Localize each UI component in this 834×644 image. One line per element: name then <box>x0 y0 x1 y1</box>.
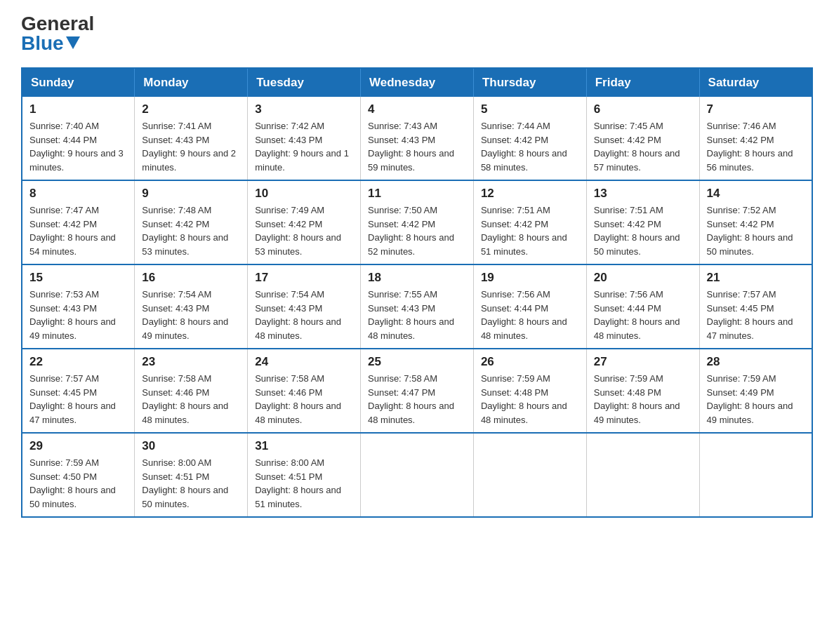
day-number: 28 <box>707 355 805 369</box>
day-info: Sunrise: 8:00 AMSunset: 4:51 PMDaylight:… <box>142 457 228 509</box>
day-number: 15 <box>29 271 127 285</box>
calendar-day-cell: 13 Sunrise: 7:51 AMSunset: 4:42 PMDaylig… <box>586 180 699 264</box>
day-number: 8 <box>29 187 127 201</box>
day-info: Sunrise: 7:41 AMSunset: 4:43 PMDaylight:… <box>142 121 236 173</box>
calendar-day-cell <box>586 433 699 517</box>
day-number: 20 <box>594 271 692 285</box>
day-number: 10 <box>255 187 353 201</box>
calendar-header-monday: Monday <box>135 68 248 97</box>
day-info: Sunrise: 7:58 AMSunset: 4:46 PMDaylight:… <box>255 373 341 425</box>
day-info: Sunrise: 7:48 AMSunset: 4:42 PMDaylight:… <box>142 205 228 257</box>
day-number: 23 <box>142 355 240 369</box>
day-number: 31 <box>255 439 353 453</box>
day-info: Sunrise: 7:54 AMSunset: 4:43 PMDaylight:… <box>142 289 228 341</box>
day-number: 17 <box>255 271 353 285</box>
calendar-day-cell <box>699 433 812 517</box>
page-header: General Blue <box>21 14 813 53</box>
day-info: Sunrise: 7:49 AMSunset: 4:42 PMDaylight:… <box>255 205 341 257</box>
day-number: 19 <box>481 271 579 285</box>
day-number: 7 <box>707 102 805 116</box>
calendar-day-cell: 24 Sunrise: 7:58 AMSunset: 4:46 PMDaylig… <box>248 349 361 433</box>
calendar-header-row: SundayMondayTuesdayWednesdayThursdayFrid… <box>22 68 812 97</box>
calendar-day-cell <box>361 433 474 517</box>
day-number: 24 <box>255 355 353 369</box>
day-number: 14 <box>707 187 805 201</box>
logo-general-text: General <box>21 14 94 34</box>
day-info: Sunrise: 7:50 AMSunset: 4:42 PMDaylight:… <box>368 205 454 257</box>
calendar-day-cell: 14 Sunrise: 7:52 AMSunset: 4:42 PMDaylig… <box>699 180 812 264</box>
calendar-day-cell: 4 Sunrise: 7:43 AMSunset: 4:43 PMDayligh… <box>361 97 474 180</box>
day-number: 21 <box>707 271 805 285</box>
calendar-day-cell: 11 Sunrise: 7:50 AMSunset: 4:42 PMDaylig… <box>361 180 474 264</box>
day-info: Sunrise: 7:46 AMSunset: 4:42 PMDaylight:… <box>707 121 793 173</box>
day-info: Sunrise: 7:43 AMSunset: 4:43 PMDaylight:… <box>368 121 454 173</box>
day-info: Sunrise: 7:54 AMSunset: 4:43 PMDaylight:… <box>255 289 341 341</box>
calendar-day-cell: 26 Sunrise: 7:59 AMSunset: 4:48 PMDaylig… <box>473 349 586 433</box>
calendar-day-cell: 5 Sunrise: 7:44 AMSunset: 4:42 PMDayligh… <box>473 97 586 180</box>
calendar-week-row: 1 Sunrise: 7:40 AMSunset: 4:44 PMDayligh… <box>22 97 812 180</box>
day-info: Sunrise: 7:42 AMSunset: 4:43 PMDaylight:… <box>255 121 349 173</box>
calendar-day-cell: 20 Sunrise: 7:56 AMSunset: 4:44 PMDaylig… <box>586 264 699 349</box>
day-number: 18 <box>368 271 466 285</box>
day-number: 6 <box>594 102 692 116</box>
calendar-header-sunday: Sunday <box>22 68 135 97</box>
day-info: Sunrise: 7:40 AMSunset: 4:44 PMDaylight:… <box>29 121 124 173</box>
day-info: Sunrise: 7:59 AMSunset: 4:49 PMDaylight:… <box>707 373 793 425</box>
day-info: Sunrise: 7:58 AMSunset: 4:47 PMDaylight:… <box>368 373 454 425</box>
day-number: 29 <box>29 439 127 453</box>
day-info: Sunrise: 7:47 AMSunset: 4:42 PMDaylight:… <box>29 205 116 257</box>
day-info: Sunrise: 7:51 AMSunset: 4:42 PMDaylight:… <box>594 205 680 257</box>
calendar-day-cell: 7 Sunrise: 7:46 AMSunset: 4:42 PMDayligh… <box>699 97 812 180</box>
day-number: 25 <box>368 355 466 369</box>
calendar-day-cell: 21 Sunrise: 7:57 AMSunset: 4:45 PMDaylig… <box>699 264 812 349</box>
day-number: 22 <box>29 355 127 369</box>
day-info: Sunrise: 7:45 AMSunset: 4:42 PMDaylight:… <box>594 121 680 173</box>
logo-blue-text: Blue <box>21 34 80 53</box>
calendar-day-cell: 17 Sunrise: 7:54 AMSunset: 4:43 PMDaylig… <box>248 264 361 349</box>
calendar-day-cell: 6 Sunrise: 7:45 AMSunset: 4:42 PMDayligh… <box>586 97 699 180</box>
day-info: Sunrise: 7:57 AMSunset: 4:45 PMDaylight:… <box>29 373 116 425</box>
day-number: 16 <box>142 271 240 285</box>
day-number: 12 <box>481 187 579 201</box>
day-info: Sunrise: 7:56 AMSunset: 4:44 PMDaylight:… <box>594 289 680 341</box>
calendar-day-cell: 29 Sunrise: 7:59 AMSunset: 4:50 PMDaylig… <box>22 433 135 517</box>
calendar-week-row: 15 Sunrise: 7:53 AMSunset: 4:43 PMDaylig… <box>22 264 812 349</box>
calendar-day-cell: 15 Sunrise: 7:53 AMSunset: 4:43 PMDaylig… <box>22 264 135 349</box>
calendar-day-cell: 1 Sunrise: 7:40 AMSunset: 4:44 PMDayligh… <box>22 97 135 180</box>
day-info: Sunrise: 7:58 AMSunset: 4:46 PMDaylight:… <box>142 373 228 425</box>
calendar-day-cell: 27 Sunrise: 7:59 AMSunset: 4:48 PMDaylig… <box>586 349 699 433</box>
day-number: 30 <box>142 439 240 453</box>
calendar-day-cell: 25 Sunrise: 7:58 AMSunset: 4:47 PMDaylig… <box>361 349 474 433</box>
day-number: 4 <box>368 102 466 116</box>
day-number: 9 <box>142 187 240 201</box>
calendar-day-cell: 28 Sunrise: 7:59 AMSunset: 4:49 PMDaylig… <box>699 349 812 433</box>
calendar-day-cell: 23 Sunrise: 7:58 AMSunset: 4:46 PMDaylig… <box>135 349 248 433</box>
day-info: Sunrise: 7:59 AMSunset: 4:50 PMDaylight:… <box>29 457 116 509</box>
day-number: 27 <box>594 355 692 369</box>
calendar-day-cell: 19 Sunrise: 7:56 AMSunset: 4:44 PMDaylig… <box>473 264 586 349</box>
calendar-day-cell: 3 Sunrise: 7:42 AMSunset: 4:43 PMDayligh… <box>248 97 361 180</box>
day-number: 11 <box>368 187 466 201</box>
calendar-day-cell: 30 Sunrise: 8:00 AMSunset: 4:51 PMDaylig… <box>135 433 248 517</box>
calendar-header-wednesday: Wednesday <box>361 68 474 97</box>
calendar-week-row: 22 Sunrise: 7:57 AMSunset: 4:45 PMDaylig… <box>22 349 812 433</box>
calendar-day-cell: 9 Sunrise: 7:48 AMSunset: 4:42 PMDayligh… <box>135 180 248 264</box>
day-info: Sunrise: 7:51 AMSunset: 4:42 PMDaylight:… <box>481 205 567 257</box>
day-info: Sunrise: 8:00 AMSunset: 4:51 PMDaylight:… <box>255 457 341 509</box>
calendar-week-row: 8 Sunrise: 7:47 AMSunset: 4:42 PMDayligh… <box>22 180 812 264</box>
calendar-day-cell: 31 Sunrise: 8:00 AMSunset: 4:51 PMDaylig… <box>248 433 361 517</box>
calendar-day-cell: 12 Sunrise: 7:51 AMSunset: 4:42 PMDaylig… <box>473 180 586 264</box>
logo: General Blue <box>21 14 94 53</box>
calendar-day-cell <box>473 433 586 517</box>
logo-triangle-icon <box>66 36 80 49</box>
calendar-day-cell: 2 Sunrise: 7:41 AMSunset: 4:43 PMDayligh… <box>135 97 248 180</box>
calendar-day-cell: 22 Sunrise: 7:57 AMSunset: 4:45 PMDaylig… <box>22 349 135 433</box>
day-number: 1 <box>29 102 127 116</box>
calendar-week-row: 29 Sunrise: 7:59 AMSunset: 4:50 PMDaylig… <box>22 433 812 517</box>
calendar-header-tuesday: Tuesday <box>248 68 361 97</box>
calendar-header-friday: Friday <box>586 68 699 97</box>
day-info: Sunrise: 7:44 AMSunset: 4:42 PMDaylight:… <box>481 121 567 173</box>
day-info: Sunrise: 7:53 AMSunset: 4:43 PMDaylight:… <box>29 289 116 341</box>
day-info: Sunrise: 7:55 AMSunset: 4:43 PMDaylight:… <box>368 289 454 341</box>
day-number: 2 <box>142 102 240 116</box>
